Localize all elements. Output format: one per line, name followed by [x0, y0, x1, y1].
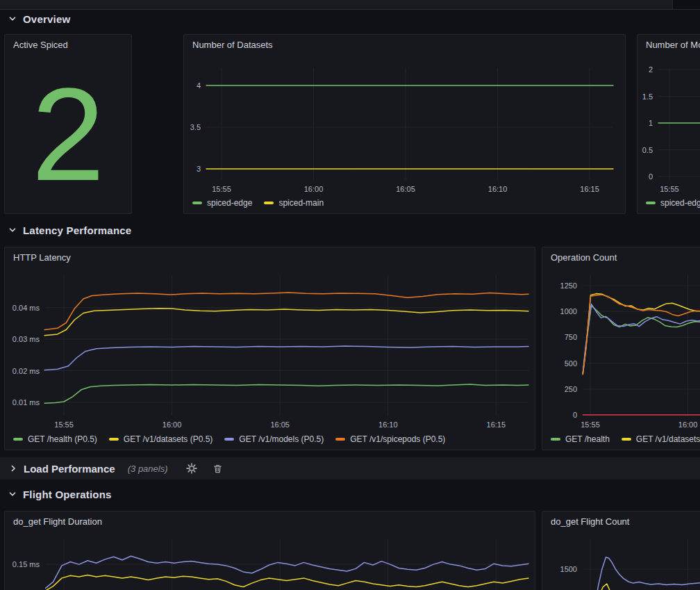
legend-label: spiced-main	[278, 198, 324, 208]
panel-number-of-datasets: Number of Datasets 15:5516:0016:0516:101…	[183, 34, 626, 214]
section-settings-button[interactable]	[186, 463, 197, 474]
legend-swatch	[335, 438, 345, 441]
legend-label: spiced-edge	[660, 198, 700, 208]
panel-do-get-flight-count: do_get Flight Count 1500	[542, 511, 700, 590]
panel-title[interactable]: HTTP Latency	[5, 247, 535, 267]
panel-http-latency: HTTP Latency 15:5516:0016:0516:1016:150.…	[4, 247, 535, 450]
legend-swatch	[13, 438, 23, 441]
panel-title[interactable]: do_get Flight Duration	[5, 511, 535, 531]
legend-item[interactable]: GET /health	[551, 434, 610, 444]
section-title: Latency Performance	[23, 224, 131, 236]
section-header-flight-operations[interactable]: Flight Operations	[8, 486, 112, 502]
legend-item[interactable]: GET /v1/models (P0.5)	[224, 434, 324, 444]
flight-count-chart[interactable]: 1500	[542, 531, 700, 590]
svg-text:16:15: 16:15	[487, 420, 506, 429]
panel-operation-count: Operation Count 15:5516:0016:0516:1016:1…	[542, 247, 700, 450]
panel-title[interactable]: Operation Count	[542, 247, 700, 267]
panel-do-get-flight-duration: do_get Flight Duration 0.15 ms	[4, 511, 535, 590]
models-chart[interactable]: 15:5516:0000.511.52	[638, 54, 700, 197]
http-latency-chart[interactable]: 15:5516:0016:0516:1016:150.01 ms0.02 ms0…	[5, 267, 535, 432]
svg-text:750: 750	[565, 333, 577, 341]
trash-icon	[212, 464, 223, 474]
section-header-overview[interactable]: Overview	[8, 11, 70, 26]
svg-text:15:55: 15:55	[660, 185, 679, 193]
svg-text:0.15 ms: 0.15 ms	[12, 560, 40, 568]
grafana-dashboard: { "sections": [ { "id": "overview", "tit…	[0, 0, 700, 590]
panel-count-label: (3 panels)	[128, 464, 168, 474]
http-latency-legend: GET /health (P0.5)GET /v1/datasets (P0.5…	[13, 434, 445, 444]
stat-value: 2	[31, 68, 105, 200]
svg-text:0.01 ms: 0.01 ms	[12, 398, 40, 407]
legend-label: GET /v1/datasets (P0.5)	[124, 434, 213, 444]
legend-swatch	[646, 202, 656, 204]
legend-item[interactable]: spiced-main	[264, 198, 324, 208]
svg-text:4: 4	[197, 81, 201, 90]
panel-title[interactable]: Active Spiced	[5, 35, 131, 54]
svg-text:0.04 ms: 0.04 ms	[12, 304, 40, 312]
datasets-chart[interactable]: 15:5516:0016:0516:1016:1533.54	[184, 54, 625, 197]
chevron-down-icon	[8, 490, 17, 498]
svg-text:0.02 ms: 0.02 ms	[12, 367, 40, 375]
legend-swatch	[224, 438, 234, 441]
section-delete-button[interactable]	[212, 464, 223, 474]
panel-active-spiced: Active Spiced 2	[4, 34, 132, 214]
datasets-legend: spiced-edgespiced-main	[192, 198, 324, 208]
chevron-down-icon	[8, 226, 17, 234]
svg-text:16:00: 16:00	[304, 185, 324, 193]
panel-number-of-models: Number of Models 15:5516:0000.511.52 spi…	[637, 34, 700, 214]
legend-swatch	[551, 438, 560, 441]
svg-text:1250: 1250	[560, 281, 577, 290]
svg-text:0.5: 0.5	[642, 146, 653, 154]
legend-label: GET /v1/models (P0.5)	[239, 434, 324, 444]
stat-area[interactable]: 2	[5, 54, 131, 213]
panel-title[interactable]: do_get Flight Count	[542, 511, 700, 531]
panel-title[interactable]: Number of Models	[638, 35, 700, 54]
legend-label: GET /v1/datasets	[636, 434, 700, 444]
legend-swatch	[622, 438, 631, 441]
legend-label: GET /health (P0.5)	[28, 434, 97, 444]
svg-text:1500: 1500	[560, 565, 577, 573]
legend-swatch	[192, 202, 202, 204]
chevron-right-icon	[9, 464, 17, 473]
svg-text:15:55: 15:55	[212, 185, 231, 193]
legend-swatch	[109, 438, 119, 441]
svg-text:16:00: 16:00	[162, 420, 182, 429]
legend-item[interactable]: spiced-edge	[646, 198, 700, 208]
svg-text:16:05: 16:05	[270, 420, 290, 429]
legend-item[interactable]: GET /v1/spicepods (P0.5)	[335, 434, 445, 444]
svg-text:3.5: 3.5	[190, 123, 201, 131]
section-header-latency-performance[interactable]: Latency Performance	[8, 222, 131, 238]
legend-item[interactable]: GET /v1/datasets	[622, 434, 700, 444]
svg-text:0.03 ms: 0.03 ms	[12, 335, 40, 343]
legend-label: GET /v1/spicepods (P0.5)	[350, 434, 445, 444]
svg-text:500: 500	[565, 359, 577, 368]
panel-title[interactable]: Number of Datasets	[184, 35, 625, 54]
svg-text:16:15: 16:15	[580, 185, 599, 193]
operation-count-chart[interactable]: 15:5516:0016:0516:1016:15025050075010001…	[542, 267, 700, 432]
legend-swatch	[264, 202, 274, 204]
svg-text:16:10: 16:10	[488, 185, 508, 193]
operation-count-legend: GET /healthGET /v1/datasets	[551, 434, 700, 444]
legend-label: spiced-edge	[207, 198, 252, 208]
svg-text:15:55: 15:55	[581, 420, 600, 429]
svg-text:250: 250	[565, 385, 577, 393]
svg-text:1: 1	[649, 119, 653, 127]
svg-text:15:55: 15:55	[54, 420, 74, 429]
scrollbar-notch[interactable]	[672, 0, 700, 9]
legend-item[interactable]: GET /v1/datasets (P0.5)	[109, 434, 213, 444]
svg-text:1.5: 1.5	[642, 92, 653, 101]
chevron-down-icon	[8, 15, 17, 23]
svg-text:3: 3	[197, 165, 201, 173]
section-header-load-performance[interactable]: Load Performance (3 panels)	[0, 457, 700, 480]
legend-label: GET /health	[565, 434, 610, 444]
svg-text:16:05: 16:05	[396, 185, 415, 193]
section-title: Flight Operations	[23, 489, 112, 500]
legend-item[interactable]: spiced-edge	[192, 198, 252, 208]
svg-text:16:10: 16:10	[378, 420, 398, 429]
gear-icon	[186, 463, 197, 474]
svg-text:2: 2	[649, 65, 653, 74]
svg-text:1000: 1000	[560, 307, 577, 316]
flight-duration-chart[interactable]: 0.15 ms	[5, 531, 535, 590]
legend-item[interactable]: GET /health (P0.5)	[13, 434, 97, 444]
top-bar	[0, 0, 700, 10]
